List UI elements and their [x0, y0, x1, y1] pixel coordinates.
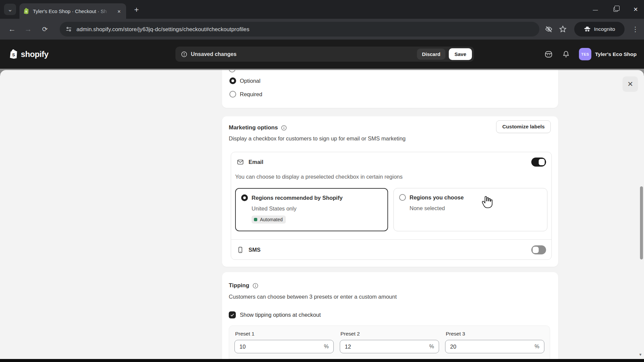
- radio-label: Optional: [240, 78, 260, 84]
- marketing-channels-box: Email You can choose to display a presel…: [231, 152, 552, 260]
- sms-toggle[interactable]: [531, 245, 546, 254]
- email-label: Email: [249, 159, 263, 165]
- forward-button[interactable]: →: [21, 19, 36, 40]
- settings-content: Optional Required ✕ Marketing options Cu…: [0, 70, 644, 359]
- incognito-label: Incognito: [594, 26, 615, 32]
- address-bar[interactable]: admin.shopify.com/store/jy63jq-dc/settin…: [60, 22, 539, 37]
- radio-label: Required: [240, 91, 262, 98]
- shopify-logo[interactable]: S shopify: [9, 40, 49, 69]
- site-info-icon[interactable]: [65, 25, 72, 33]
- scrollbar-thumb[interactable]: [640, 186, 643, 259]
- incognito-badge: Incognito: [574, 22, 625, 37]
- radio-option-optional[interactable]: Optional: [229, 77, 260, 84]
- tab-search-button[interactable]: ⌄: [4, 4, 16, 15]
- shopify-bag-icon: S: [9, 49, 18, 59]
- contact-options-card: Optional Required: [222, 70, 558, 108]
- info-icon[interactable]: [281, 125, 287, 131]
- customize-labels-button[interactable]: Customize labels: [496, 120, 551, 133]
- preset-1-field: %: [234, 340, 334, 353]
- unsaved-changes-message: Unsaved changes: [191, 51, 417, 57]
- percent-suffix: %: [324, 344, 329, 350]
- email-description: You can choose to display a preselected …: [235, 174, 402, 180]
- restore-icon: [613, 7, 618, 12]
- email-toggle[interactable]: [531, 158, 546, 167]
- sms-row: SMS: [231, 240, 551, 260]
- preset-3-input[interactable]: [450, 344, 535, 350]
- region-option-subtitle: None selected: [410, 205, 542, 212]
- preset-label: Preset 3: [446, 331, 544, 337]
- region-option-recommended[interactable]: Regions recommended by Shopify United St…: [235, 188, 388, 231]
- window-close-button[interactable]: ✕: [631, 6, 641, 13]
- close-settings-button[interactable]: ✕: [623, 76, 638, 92]
- tipping-subtitle: Customers can choose between 3 presets o…: [229, 294, 397, 300]
- radio-selected-icon: [229, 77, 236, 84]
- browser-toolbar: ← → ⟳ admin.shopify.com/store/jy63jq-dc/…: [0, 19, 644, 40]
- region-option-choose[interactable]: Regions you choose None selected: [393, 188, 547, 231]
- badge-label: Automated: [260, 217, 283, 222]
- browser-tab[interactable]: S Tyler's Eco Shop · Checkout · Sh ✕: [19, 3, 126, 19]
- svg-text:S: S: [12, 53, 15, 57]
- region-option-title: Regions recommended by Shopify: [252, 195, 342, 201]
- show-tipping-checkbox-row[interactable]: Show tipping options at checkout: [229, 311, 321, 318]
- shopify-wordmark: shopify: [21, 50, 49, 59]
- store-avatar: TES: [579, 48, 591, 60]
- preset-2-group: Preset 2 %: [340, 331, 439, 353]
- scrollbar-down-arrow[interactable]: ▾: [639, 352, 643, 357]
- browser-tab-bar: ⌄ S Tyler's Eco Shop · Checkout · Sh ✕ +…: [0, 0, 644, 19]
- sms-phone-icon: [236, 246, 244, 254]
- tipping-presets-panel: Preset 1 % Preset 2 % Preset 3: [229, 325, 550, 359]
- save-button[interactable]: Save: [449, 48, 472, 60]
- radio-clipped-option[interactable]: [229, 70, 235, 72]
- preset-2-input[interactable]: [345, 344, 429, 350]
- url-text[interactable]: admin.shopify.com/store/jy63jq-dc/settin…: [76, 26, 250, 33]
- region-options-row: Regions recommended by Shopify United St…: [235, 188, 547, 231]
- email-icon: [236, 158, 244, 166]
- preset-3-field: %: [445, 340, 544, 353]
- alert-icon: [181, 51, 187, 58]
- preset-label: Preset 1: [235, 331, 334, 337]
- notifications-bell-icon[interactable]: [562, 50, 570, 58]
- region-option-subtitle: United States only: [252, 205, 382, 212]
- reload-button[interactable]: ⟳: [38, 19, 52, 40]
- radio-unselected-icon: [229, 91, 236, 98]
- new-tab-button[interactable]: +: [131, 5, 142, 15]
- radio-option-required[interactable]: Required: [229, 91, 262, 98]
- preset-1-input[interactable]: [239, 344, 324, 350]
- automated-badge: Automated: [252, 216, 286, 224]
- sidekick-icon[interactable]: [544, 50, 553, 59]
- window-minimize-button[interactable]: —: [590, 7, 600, 12]
- store-menu[interactable]: TES Tyler's Eco Shop: [579, 48, 637, 60]
- section-title: Tipping: [229, 282, 249, 289]
- tipping-card: Tipping Customers can choose between 3 p…: [222, 272, 558, 359]
- preset-label: Preset 2: [340, 331, 439, 337]
- bottom-edge-strip: [0, 359, 644, 362]
- bookmark-star-icon[interactable]: [559, 25, 567, 33]
- incognito-spy-icon: [584, 25, 591, 33]
- shopify-favicon: S: [23, 8, 30, 14]
- checkbox-label: Show tipping options at checkout: [240, 312, 321, 318]
- percent-suffix: %: [535, 344, 539, 350]
- back-button[interactable]: ←: [5, 19, 19, 40]
- marketing-options-card: Marketing options Customize labels Displ…: [222, 116, 558, 267]
- email-row: Email: [231, 152, 551, 172]
- badge-dot-icon: [254, 218, 257, 221]
- svg-text:S: S: [25, 10, 28, 13]
- shopify-admin-header: S shopify Unsaved changes Discard Save T…: [0, 40, 644, 69]
- unsaved-changes-bar: Unsaved changes Discard Save: [175, 47, 474, 62]
- info-icon[interactable]: [252, 283, 259, 289]
- radio-selected-icon: [241, 194, 248, 201]
- tipping-header: Tipping: [229, 282, 259, 289]
- discard-button[interactable]: Discard: [417, 49, 445, 60]
- marketing-subtitle: Display a checkbox for customers to sign…: [229, 135, 406, 142]
- tab-title-fade: [98, 3, 114, 19]
- tab-close-icon[interactable]: ✕: [115, 8, 123, 15]
- section-title: Marketing options: [229, 124, 278, 131]
- preset-2-field: %: [340, 340, 439, 353]
- radio-unselected-icon: [399, 194, 406, 201]
- store-name: Tyler's Eco Shop: [595, 51, 637, 57]
- mouse-cursor: [481, 195, 494, 210]
- window-restore-button[interactable]: [610, 7, 621, 12]
- marketing-options-header: Marketing options: [229, 124, 287, 131]
- browser-menu-icon[interactable]: ⋮: [628, 19, 643, 40]
- eye-off-icon[interactable]: [545, 25, 553, 33]
